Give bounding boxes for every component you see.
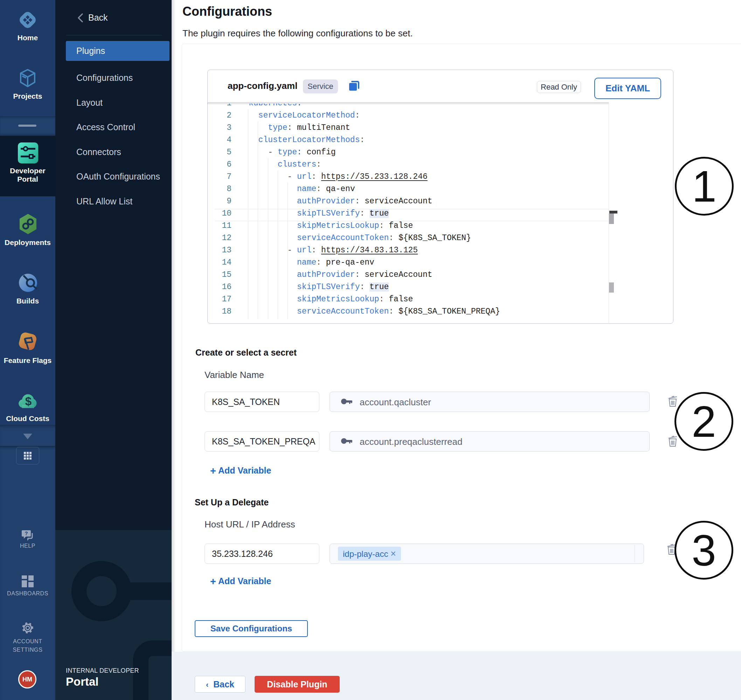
svg-text:?: ? <box>25 530 28 536</box>
svg-text:$: $ <box>25 395 31 408</box>
